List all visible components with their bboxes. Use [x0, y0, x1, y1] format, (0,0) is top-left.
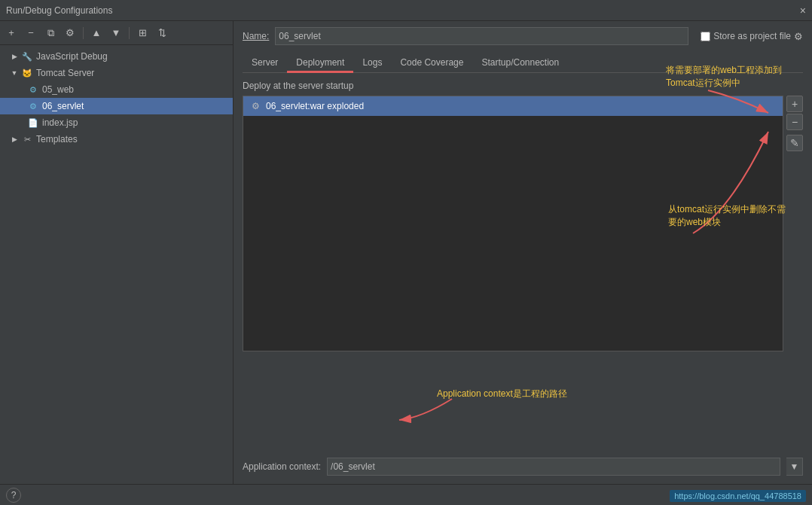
tree-item-05-web[interactable]: ⚙ 05_web [0, 81, 233, 98]
app-context-input[interactable] [327, 458, 780, 476]
tree-arrow-tomcat: ▼ [9, 68, 20, 78]
config-tree: ▶ 🔧 JavaScript Debug ▼ 🐱 Tomcat Server ⚙… [0, 45, 233, 505]
add-config-button[interactable]: + [3, 25, 20, 41]
deploy-content: Deploy at the server startup ⚙ 06_servle… [243, 73, 803, 505]
app-context-row: Application context: ▼ [243, 458, 803, 482]
deploy-header: Deploy at the server startup [243, 81, 803, 91]
tab-code-coverage[interactable]: Code Coverage [391, 53, 472, 72]
title-bar: Run/Debug Configurations × [0, 0, 812, 21]
store-as-project-checkbox[interactable] [701, 32, 710, 41]
deploy-item-icon: ⚙ [249, 100, 261, 112]
remove-config-button[interactable]: − [23, 25, 39, 41]
move-down-button[interactable]: ▼ [108, 25, 124, 41]
deploy-list-area: ⚙ 06_servlet:war exploded + − ✎ [243, 96, 803, 450]
tree-item-templates[interactable]: ▶ ✂ Templates [0, 131, 233, 148]
left-toolbar: + − ⧉ ⚙ ▲ ▼ ⊞ ⇅ [0, 21, 233, 45]
tree-arrow-06servlet [20, 101, 26, 111]
tree-item-06-servlet[interactable]: ⚙ 06_servlet [0, 98, 233, 114]
05-web-icon: ⚙ [27, 84, 39, 96]
add-deploy-button[interactable]: + [786, 96, 803, 112]
watermark: https://blog.csdn.net/qq_44788518 [670, 490, 806, 502]
close-button[interactable]: × [800, 5, 806, 17]
move-up-button[interactable]: ▲ [88, 25, 105, 41]
tree-arrow-js: ▶ [9, 51, 20, 62]
tomcat-server-icon: 🐱 [21, 67, 33, 79]
store-settings-icon[interactable]: ⚙ [794, 31, 803, 42]
deploy-item-label: 06_servlet:war exploded [266, 101, 364, 111]
right-panel: Name: Store as project file ⚙ Server Dep… [234, 21, 812, 505]
tree-arrow-jsp [20, 117, 26, 128]
tab-server[interactable]: Server [243, 53, 287, 72]
templates-icon: ✂ [21, 133, 33, 145]
left-panel: + − ⧉ ⚙ ▲ ▼ ⊞ ⇅ ▶ 🔧 JavaScript Debug ▼ [0, 21, 234, 505]
tab-logs[interactable]: Logs [353, 53, 391, 72]
tree-item-js-debug[interactable]: ▶ 🔧 JavaScript Debug [0, 48, 233, 65]
deploy-side-buttons: + − ✎ [783, 96, 803, 450]
main-layout: + − ⧉ ⚙ ▲ ▼ ⊞ ⇅ ▶ 🔧 JavaScript Debug ▼ [0, 21, 812, 505]
edit-deploy-button[interactable]: ✎ [786, 135, 803, 151]
js-debug-label: JavaScript Debug [36, 51, 108, 62]
index-jsp-icon: 📄 [27, 117, 39, 129]
name-input[interactable] [275, 27, 688, 45]
store-as-project-label: Store as project file [713, 31, 791, 41]
templates-label: Templates [36, 134, 78, 145]
tree-arrow-templates: ▶ [9, 134, 20, 145]
index-jsp-label: index.jsp [42, 117, 78, 128]
expand-button[interactable]: ⊞ [134, 25, 151, 41]
bottom-bar: ? https://blog.csdn.net/qq_44788518 [0, 484, 812, 505]
sort-button[interactable]: ⇅ [154, 25, 170, 41]
app-context-dropdown[interactable]: ▼ [786, 458, 803, 476]
tabs-bar: Server Deployment Logs Code Coverage Sta… [243, 53, 803, 73]
toolbar-separator-2 [129, 27, 130, 39]
app-context-label: Application context: [243, 461, 321, 472]
tab-deployment[interactable]: Deployment [287, 53, 353, 72]
tab-startup-connection[interactable]: Startup/Connection [472, 53, 568, 72]
toolbar-separator [83, 27, 84, 39]
remove-deploy-button[interactable]: − [786, 114, 803, 130]
js-debug-icon: 🔧 [21, 50, 33, 62]
title-bar-text: Run/Debug Configurations [6, 5, 112, 16]
store-checkbox-area: Store as project file ⚙ [701, 31, 803, 42]
settings-button[interactable]: ⚙ [62, 25, 78, 41]
deploy-list: ⚙ 06_servlet:war exploded [243, 96, 783, 351]
tree-arrow-05web [20, 84, 26, 95]
06-servlet-icon: ⚙ [27, 100, 39, 112]
deploy-item-06-servlet[interactable]: ⚙ 06_servlet:war exploded [243, 96, 783, 116]
help-button[interactable]: ? [6, 488, 21, 503]
05-web-label: 05_web [42, 84, 74, 95]
06-servlet-label: 06_servlet [42, 101, 84, 111]
copy-config-button[interactable]: ⧉ [42, 25, 59, 41]
tree-item-index-jsp[interactable]: 📄 index.jsp [0, 114, 233, 131]
name-row: Name: Store as project file ⚙ [243, 27, 803, 45]
tree-item-tomcat-server[interactable]: ▼ 🐱 Tomcat Server [0, 65, 233, 81]
name-label: Name: [243, 31, 269, 41]
tomcat-server-label: Tomcat Server [36, 68, 94, 78]
